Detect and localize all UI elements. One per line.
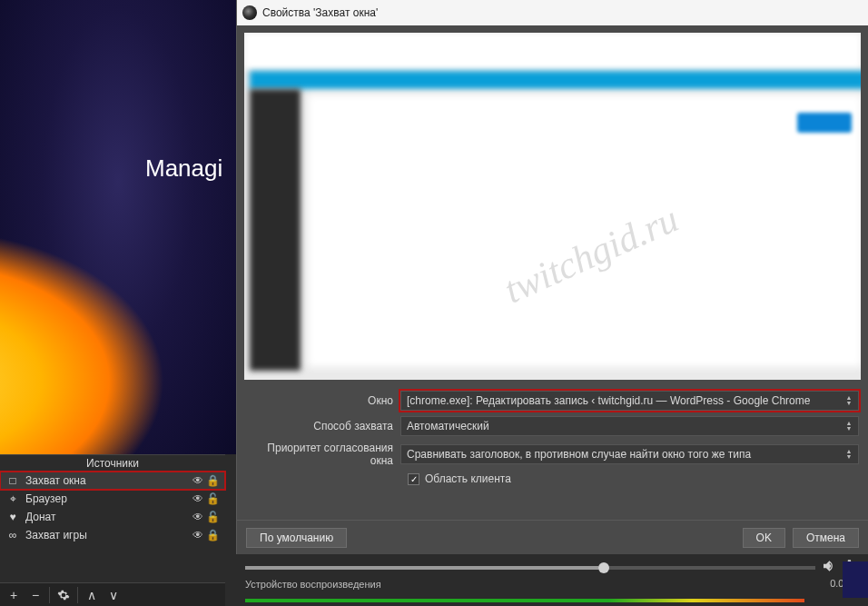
- sources-panel: Источники □ Захват окна 👁 🔒 ⌖ Браузер 👁 …: [0, 454, 225, 606]
- eye-icon[interactable]: 👁: [191, 492, 205, 505]
- window-select-value: [chrome.exe]: Редактировать запись ‹ twi…: [407, 394, 810, 407]
- source-item-window-capture[interactable]: □ Захват окна 👁 🔒: [0, 472, 225, 490]
- audio-mixer: Устройство воспроизведения 0.0 dB: [236, 554, 868, 606]
- preview-text: Managi: [145, 154, 222, 183]
- gamepad-icon: ∞: [5, 529, 20, 541]
- capture-method-select[interactable]: Автоматический ▲▼: [400, 416, 859, 436]
- source-item-browser[interactable]: ⌖ Браузер 👁 🔓: [0, 490, 225, 508]
- properties-dialog: Свойства 'Захват окна' twitchgid.ru Окно…: [236, 0, 868, 554]
- move-up-button[interactable]: ∧: [82, 586, 102, 604]
- capture-method-label: Способ захвата: [246, 420, 400, 432]
- eye-icon[interactable]: 👁: [191, 511, 205, 523]
- priority-value: Сравнивать заголовок, в противном случае…: [407, 448, 751, 461]
- audio-meter: [245, 597, 804, 604]
- device-label: Устройство воспроизведения: [236, 579, 868, 590]
- obs-icon: [242, 5, 257, 20]
- speaker-icon[interactable]: [821, 558, 837, 577]
- sources-header: Источники: [0, 455, 225, 472]
- defaults-button[interactable]: По умолчанию: [246, 528, 347, 548]
- client-area-label: Область клиента: [425, 472, 511, 485]
- remove-source-button[interactable]: −: [25, 586, 45, 604]
- eye-icon[interactable]: 👁: [191, 529, 205, 541]
- lock-icon[interactable]: 🔒: [205, 474, 220, 487]
- properties-form: Окно [chrome.exe]: Редактировать запись …: [237, 383, 868, 494]
- heart-icon: ♥: [5, 511, 20, 523]
- add-source-button[interactable]: +: [4, 586, 24, 604]
- source-label: Донат: [25, 511, 191, 523]
- move-down-button[interactable]: ∨: [104, 586, 123, 604]
- lock-icon[interactable]: 🔓: [205, 492, 220, 505]
- source-label: Захват окна: [25, 474, 191, 487]
- source-item-donate[interactable]: ♥ Донат 👁 🔓: [0, 508, 225, 526]
- window-select[interactable]: [chrome.exe]: Редактировать запись ‹ twi…: [400, 391, 859, 411]
- dialog-titlebar[interactable]: Свойства 'Захват окна': [237, 0, 868, 25]
- lock-icon[interactable]: 🔒: [205, 529, 220, 541]
- eye-icon[interactable]: 👁: [191, 474, 205, 487]
- updown-icon: ▲▼: [843, 421, 854, 432]
- sources-toolbar: + − ∧ ∨: [0, 582, 225, 606]
- priority-select[interactable]: Сравнивать заголовок, в противном случае…: [400, 444, 859, 464]
- globe-icon: ⌖: [5, 492, 20, 505]
- dialog-button-bar: По умолчанию OK Отмена: [237, 520, 868, 554]
- dialog-title: Свойства 'Захват окна': [262, 6, 378, 19]
- capture-preview: twitchgid.ru: [244, 33, 861, 380]
- source-label: Браузер: [25, 492, 191, 505]
- window-label: Окно: [246, 394, 400, 407]
- updown-icon: ▲▼: [843, 449, 854, 460]
- main-preview-background: Managi: [0, 0, 236, 454]
- volume-slider[interactable]: [245, 566, 815, 570]
- timeline-clip: [843, 561, 868, 598]
- divider: [49, 587, 50, 603]
- priority-label: Приоритет согласования окна: [246, 442, 400, 467]
- capture-method-value: Автоматический: [407, 420, 489, 432]
- updown-icon: ▲▼: [843, 395, 854, 406]
- window-icon: □: [5, 474, 20, 487]
- cancel-button[interactable]: Отмена: [793, 528, 859, 548]
- ok-button[interactable]: OK: [743, 528, 785, 548]
- source-label: Захват игры: [25, 529, 191, 541]
- client-area-checkbox[interactable]: ✓: [408, 473, 419, 485]
- slider-knob[interactable]: [598, 562, 609, 573]
- divider: [77, 587, 78, 603]
- source-item-game-capture[interactable]: ∞ Захват игры 👁 🔒: [0, 526, 225, 544]
- lock-icon[interactable]: 🔓: [205, 511, 220, 523]
- source-settings-button[interactable]: [54, 586, 74, 604]
